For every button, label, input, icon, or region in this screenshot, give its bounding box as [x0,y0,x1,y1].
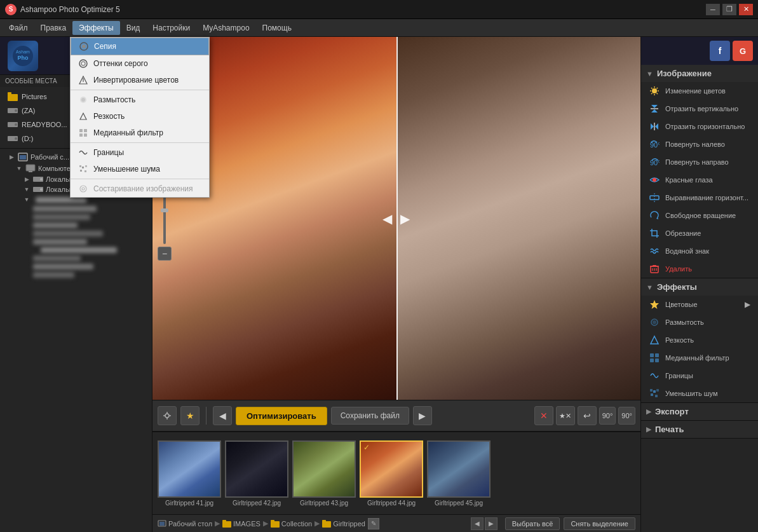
menu-edit[interactable]: Правка [34,21,73,35]
menu-effects[interactable]: Эффекты [72,21,120,35]
tree-item-blurred[interactable] [0,229,152,238]
panel-color-change[interactable]: Изменение цветов [641,82,758,100]
tree-item-blurred[interactable] [0,246,152,254]
thumb-5[interactable]: Girltripped 45.jpg [427,440,491,507]
panel-watermark[interactable]: Водяной знак [641,242,758,260]
undo-button[interactable]: ↩ [578,406,597,425]
svg-rect-65 [650,389,653,392]
panel-section-export-header[interactable]: ▶ Экспорт [641,403,758,420]
panel-denoise-effect[interactable]: Уменьшить шум [641,385,758,402]
panel-flip-h[interactable]: Отразить горизонтально [641,118,758,135]
restore-button[interactable]: ❐ [722,4,736,15]
panel-sharp-effect[interactable]: Резкость [641,331,758,349]
panel-section-image-header[interactable]: ▼ Изображение [641,65,758,82]
thumb-4[interactable]: Girltripped 44.jpg [360,440,423,507]
nav-next-button[interactable]: ▶ [485,517,497,530]
dropdown-sharpness[interactable]: Резкость [71,108,209,125]
thumb-2[interactable]: Girltripped 42.jpg [225,440,288,507]
panel-section-effects-header[interactable]: ▼ Эффекты [641,278,758,296]
google-icon[interactable]: G [733,41,753,61]
tree-expand-icon[interactable]: ▶ [8,153,15,161]
panel-section-print-header[interactable]: ▶ Печать [641,421,758,438]
dropdown-edges[interactable]: Границы [71,144,209,161]
tree-item-blurred[interactable] [0,205,152,213]
panel-red-eye[interactable]: Красные глаза [641,171,758,189]
nav-back-button[interactable]: ◀ [213,406,232,425]
tree-item-blurred[interactable] [0,263,152,271]
panel-blur-effect[interactable]: Размытость [641,313,758,331]
svg-rect-87 [85,170,86,172]
zoom-out-button[interactable]: − [158,247,172,261]
panel-edges-effect[interactable]: Границы [641,367,758,385]
nav-prev-button[interactable]: ◀ [471,517,484,530]
tree-expand-icon[interactable]: ▼ [23,186,30,193]
menu-myashampoo[interactable]: MyAshampoo [196,21,255,35]
save-button[interactable]: Сохранить файл [331,407,409,425]
panel-rotate-left[interactable]: 90° Повернуть налево [641,135,758,153]
nav-forward-button[interactable]: ▶ [413,406,432,425]
svg-point-77 [81,98,85,102]
tree-item-blurred[interactable] [0,221,152,229]
menu-file[interactable]: Файл [3,21,34,35]
thumb-3[interactable]: Girltripped 43.jpg [292,440,356,507]
favorite-button[interactable]: ★ [180,406,200,425]
rotate-left-tool[interactable]: 90° [599,407,616,425]
dropdown-denoise[interactable]: Уменьшение шума [71,161,209,177]
minimize-button[interactable]: ─ [706,4,720,15]
split-arrow-left[interactable]: ◀ [382,211,392,226]
dropdown-sepia[interactable]: Сепия [71,38,209,55]
close-button[interactable]: ✕ [739,4,753,15]
tree-item-blurred[interactable] [0,254,152,263]
panel-delete[interactable]: Удалить [641,260,758,278]
thumb-image-2[interactable] [225,440,288,498]
dropdown-invert[interactable]: Инвертирование цветов [71,72,209,88]
rotate-right-tool[interactable]: 90° [618,407,635,425]
drive-icon [8,133,18,144]
panel-free-rotate[interactable]: Свободное вращение [641,207,758,224]
tree-item-blurred[interactable] [0,238,152,246]
panel-color-effects[interactable]: Цветовые ▶ [641,296,758,313]
panel-crop[interactable]: Обрезание [641,224,758,242]
tree-expand-icon[interactable]: ▼ [23,196,30,203]
tree-item-blurred[interactable] [0,271,152,279]
svg-text:Pho: Pho [18,55,29,61]
thumb-image-4[interactable] [360,440,423,498]
tree-expand-icon[interactable]: ▶ [23,175,30,183]
svg-point-71 [82,44,86,48]
svg-rect-79 [79,129,83,132]
trash-icon [649,263,660,275]
thumb-image-5[interactable] [427,440,491,498]
facebook-icon[interactable]: f [710,41,730,61]
select-all-button[interactable]: Выбрать всё [505,517,560,530]
path-edit-button[interactable]: ✎ [368,518,379,529]
thumb-image-3[interactable] [292,440,356,498]
thumb-image-1[interactable] [158,440,221,498]
tree-item-blurred[interactable] [0,213,152,221]
zoom-slider[interactable] [161,208,168,212]
folder-tree: ▶ Рабочий с... ▼ Компьютер ▶ Локальный Д… [0,149,152,532]
location-button[interactable] [158,406,177,425]
delete-button[interactable]: ✕ [534,406,553,425]
section-effects-title: Эффекты [657,282,697,292]
thumb-1[interactable]: Girltripped 41.jpg [158,440,221,507]
panel-median-effect[interactable]: Медианный фильтр [641,349,758,367]
panel-rotate-right[interactable]: 90° Повернуть направо [641,153,758,171]
svg-marker-78 [80,113,86,119]
menu-view[interactable]: Вид [120,21,147,35]
split-arrow-right[interactable]: ▶ [400,211,410,226]
tree-expand-icon[interactable]: ▼ [15,165,23,172]
menu-help[interactable]: Помощь [256,21,298,35]
section-print-title: Печать [655,425,684,434]
dropdown-sep [71,179,209,179]
thumb-label-4: Girltripped 44.jpg [367,500,416,507]
panel-flip-v[interactable]: Отразить вертикально [641,100,758,118]
dropdown-median[interactable]: Медианный фильтр [71,125,209,141]
optimize-button[interactable]: Оптимизировать [236,407,327,425]
deselect-button[interactable]: Снять выделение [564,517,635,530]
mark-button[interactable]: ★✕ [556,406,575,425]
dropdown-grayscale[interactable]: Оттенки серого [71,55,209,72]
menu-settings[interactable]: Настройки [146,21,196,35]
place-label: Pictures [22,93,47,100]
dropdown-blur[interactable]: Размытость [71,92,209,108]
panel-align-h[interactable]: Выравнивание горизонт... [641,189,758,207]
